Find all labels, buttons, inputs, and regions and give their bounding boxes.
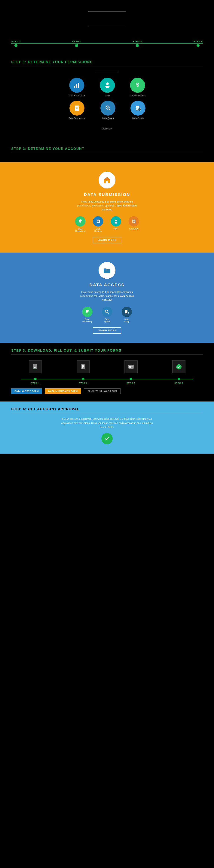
step4-dot (196, 44, 199, 47)
step3-icon-box-4 (172, 360, 185, 373)
step2-dot (75, 44, 78, 47)
step3-node-4 (178, 378, 180, 380)
svg-rect-32 (97, 220, 99, 221)
svg-rect-40 (133, 221, 135, 222)
step3-icon-1 (29, 360, 42, 373)
step3-icon-3 (125, 360, 138, 373)
npn-circle (100, 78, 115, 93)
document2-icon (80, 364, 86, 370)
da-query-label: DataQuery (104, 318, 110, 322)
data-repository-label: Data Repository (69, 94, 85, 97)
step3-visual: STEP 1 STEP 2 STEP 3 STEP 4 (11, 360, 203, 384)
step3-node-2 (82, 378, 84, 380)
svg-point-62 (129, 366, 131, 368)
form-buttons-row: DATA ACCESS FORM Data Submission Form CL… (11, 389, 203, 394)
step3-step-labels-row: STEP 1 STEP 2 STEP 3 STEP 4 (11, 382, 203, 384)
second-divider (88, 27, 126, 27)
leaf2-icon (85, 309, 90, 314)
data-access-form-button[interactable]: DATA ACCESS FORM (11, 389, 42, 394)
svg-rect-22 (136, 109, 138, 109)
da-icon-repo: DataRepository (82, 307, 92, 322)
download-icon (134, 82, 141, 89)
step2-label: STEP 2 (72, 40, 81, 43)
step4-description: If your account is approved, you will re… (60, 417, 154, 429)
ds-title: DATA SUBMISSION (19, 192, 195, 197)
document-small-icon (96, 219, 101, 224)
step3-dot-4 (178, 378, 180, 380)
svg-rect-20 (136, 107, 138, 107)
svg-point-18 (107, 106, 108, 108)
da-query-circle (102, 307, 112, 317)
permissions-divider (96, 72, 118, 72)
step3-icon-4 (172, 360, 185, 373)
icon-meta-study: Meta Study (131, 101, 145, 120)
svg-rect-37 (115, 222, 117, 223)
proof-icon (131, 219, 136, 224)
icon-data-download: Data Download (130, 78, 145, 97)
dictionary-label: Dictionary (11, 127, 203, 130)
svg-rect-2 (78, 83, 79, 88)
svg-rect-21 (136, 108, 138, 108)
data-submission-section: DATA SUBMISSION If you need access to 1 … (0, 162, 214, 253)
step2-heading: STEP 2: DETERMINE YOUR ACCOUNT (11, 147, 203, 153)
data-download-label: Data Download (130, 94, 145, 97)
svg-point-35 (115, 220, 117, 221)
data-submission-form-button[interactable]: Data Submission Form (45, 389, 81, 394)
icon-data-repository: Data Repository (69, 78, 85, 97)
da-description: If you need access to 1 or more of the f… (75, 290, 139, 302)
svg-rect-54 (34, 368, 36, 368)
meta-study-icon (135, 105, 141, 112)
ds-main-icon-circle (99, 172, 115, 188)
bar-chart-icon (73, 82, 80, 89)
step3-dot-3 (130, 378, 132, 380)
svg-rect-12 (75, 105, 79, 111)
step3-dot-1 (34, 378, 36, 380)
ds-learn-more-button[interactable]: LEARN MORE (93, 237, 122, 243)
check-green-icon (176, 364, 182, 370)
step-node-1: STEP 1 (11, 40, 21, 47)
step3-icons-row (11, 360, 203, 373)
ds-repo-label: DataRepository (75, 228, 85, 232)
step3-icon-box-2 (77, 360, 90, 373)
progress-section: STEP 1 STEP 2 STEP 3 STEP 4 (0, 34, 214, 55)
ds-icon-proofdna: ProofDNA (129, 216, 139, 232)
step1-label: STEP 1 (11, 40, 21, 43)
step3-progress-bar (11, 377, 203, 381)
top-divider (88, 11, 126, 11)
da-meta-circle (122, 307, 132, 317)
leaf-icon (78, 219, 83, 224)
svg-rect-1 (76, 84, 77, 88)
download-doc-icon (32, 364, 39, 370)
step4-heading: STEP 4: GET ACCOUNT APPROVAL (11, 407, 203, 413)
svg-rect-15 (76, 108, 78, 109)
folder-icon (103, 266, 111, 275)
svg-rect-39 (133, 220, 135, 221)
meta-study-label: Meta Study (132, 117, 144, 120)
svg-rect-57 (82, 365, 84, 366)
progress-line (11, 43, 203, 44)
ds-icon-npn: NPN (111, 216, 121, 232)
ds-icon-data-delivery: DataDelivery (93, 216, 103, 232)
svg-rect-5 (106, 87, 109, 88)
ds-delivery-circle (93, 216, 103, 226)
step3-heading: STEP 3: DOWNLOAD, FILL OUT, & SUBMIT YOU… (11, 349, 203, 355)
meta2-icon (124, 309, 129, 314)
upload-form-button[interactable]: CLICK TO UPLOAD FORM (84, 389, 121, 394)
step4-label: STEP 4 (193, 40, 203, 43)
ds-delivery-label: DataDelivery (95, 228, 102, 232)
step1-icons-row2: Data Submission Data Query (11, 101, 203, 120)
svg-rect-59 (82, 367, 83, 368)
search-icon (105, 105, 111, 112)
svg-rect-64 (131, 367, 133, 367)
svg-rect-34 (97, 222, 99, 222)
icon-data-query: Data Query (101, 101, 115, 120)
ds-proofdna-circle (129, 216, 139, 226)
icon-data-submission: Data Submission (69, 101, 86, 120)
search2-icon (105, 309, 109, 314)
da-icon-meta: MetaStudy (122, 307, 132, 322)
step-node-4: STEP 4 (193, 40, 203, 47)
da-learn-more-button[interactable]: LEARN MORE (93, 327, 122, 334)
step4-check-circle (101, 433, 113, 444)
step-node-3: STEP 3 (133, 40, 142, 47)
svg-rect-13 (76, 106, 78, 107)
